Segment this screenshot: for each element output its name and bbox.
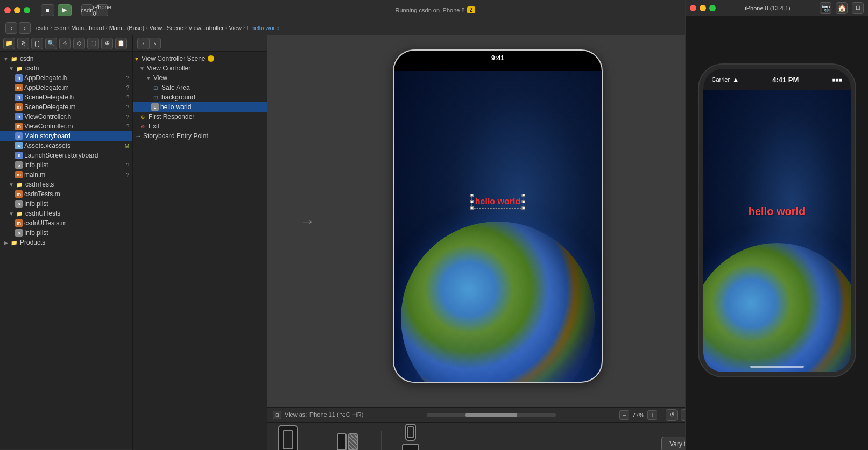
warning-badge[interactable]: 2: [467, 6, 476, 13]
outline-item-safearea[interactable]: ⊡ Safe Area: [133, 83, 267, 92]
scheme-selector[interactable]: csdn: [81, 4, 93, 16]
sidebar-item-csdntests-plist[interactable]: p Info.plist: [0, 199, 132, 209]
minimize-button[interactable]: [14, 7, 20, 13]
iphone-home-indicator: [750, 366, 804, 368]
breadcrumb-mainboard[interactable]: Main...board: [71, 25, 104, 31]
outline-item-vc[interactable]: ▼ View Controller: [133, 63, 267, 73]
expand-arrow: ▼: [138, 66, 146, 72]
outline-label-background: background: [161, 94, 195, 101]
sidebar-item-csdn-sub[interactable]: ▼ 📁 csdn: [0, 63, 132, 73]
orientation-item[interactable]: Orientation: [398, 424, 424, 450]
iphone-device-frame: Carrier ▲ 4:41 PM ■■■ hello world: [699, 65, 855, 376]
sidebar-item-appdelegate-m[interactable]: m AppDelegate.m ?: [0, 83, 132, 92]
frame-toggle-btn[interactable]: ⊡: [273, 411, 281, 419]
find-btn[interactable]: 🔍: [45, 38, 57, 49]
hello-label-selected[interactable]: hello world: [471, 195, 524, 209]
outline-item-background[interactable]: ⊡ background: [133, 92, 267, 102]
outline-back-btn[interactable]: ‹: [137, 38, 149, 49]
sidebar-item-viewcontroller-h[interactable]: h ViewController.h ?: [0, 112, 132, 122]
storyboard-icon: S: [15, 132, 23, 140]
folder-icon[interactable]: 📁: [3, 38, 15, 49]
issues-btn[interactable]: ⚠: [59, 38, 71, 49]
breadcrumb-view[interactable]: View: [229, 25, 242, 31]
sidebar-item-csdntests-group[interactable]: ▼ 📁 csdnTests: [0, 180, 132, 189]
device-selector[interactable]: iPhone 8: [96, 4, 108, 16]
expand-arrow: ▼: [2, 56, 10, 62]
back-btn[interactable]: ‹: [5, 22, 17, 34]
breadcrumb-mainbase[interactable]: Main...(Base): [109, 25, 144, 31]
interface-style-item[interactable]: Interface Style: [330, 429, 365, 450]
outline-item-view[interactable]: ▼ View: [133, 73, 267, 83]
device-label: iPhone 8: [93, 4, 111, 17]
sidebar-item-csdnuitests-plist[interactable]: p Info.plist: [0, 228, 132, 238]
sidebar-item-info-plist[interactable]: p Info.plist ?: [0, 160, 132, 170]
preview-maximize-btn[interactable]: [709, 5, 716, 11]
traffic-lights: [4, 7, 30, 13]
breadcrumb-hello[interactable]: L hello world: [246, 25, 279, 31]
outline-item-storyboard-entry[interactable]: → Storyboard Entry Point: [133, 131, 267, 141]
phone-content: hello world: [394, 71, 602, 383]
portrait-icon: [405, 424, 416, 441]
outline-item-firstresponder[interactable]: ⊕ First Responder: [133, 112, 267, 122]
outline-item-vcscene[interactable]: ▼ View Controller Scene: [133, 54, 267, 63]
sidebar-item-csdnuitests-group[interactable]: ▼ 📁 csdnUITests: [0, 209, 132, 218]
outline-fwd-btn[interactable]: ›: [149, 38, 161, 49]
sidebar-item-assets[interactable]: A Assets.xcassets M: [0, 141, 132, 151]
preview-title: iPhone 8 (13.4.1): [745, 5, 790, 11]
sidebar-item-main-m[interactable]: m main.m ?: [0, 170, 132, 180]
source-btn[interactable]: ≷: [17, 38, 29, 49]
outline-label-view: View: [153, 74, 167, 82]
iphone-preview-panel: iPhone 8 (13.4.1) 📷 🏠 ⊞ Carrier ▲ 4:41 P…: [685, 0, 868, 450]
sidebar-item-csdn-root[interactable]: ▼ 📁 csdn: [0, 54, 132, 63]
sidebar-item-viewcontroller-m[interactable]: m ViewController.m ?: [0, 122, 132, 131]
breadcrumb-csdn1[interactable]: csdn: [36, 25, 48, 31]
zoom-out-btn[interactable]: −: [619, 410, 629, 420]
breakpoints-btn[interactable]: ⊕: [101, 38, 113, 49]
breadcrumb-viewcontroller[interactable]: View...ntroller: [188, 25, 224, 31]
sidebar-item-scenedelegate-m[interactable]: m SceneDelegate.m ?: [0, 102, 132, 112]
running-label: Running csdn on iPhone 8: [396, 7, 465, 13]
sidebar-item-launch-storyboard[interactable]: S LaunchScreen.storyboard: [0, 151, 132, 160]
question-mark: ?: [126, 75, 129, 81]
preview-minimize-btn[interactable]: [700, 5, 706, 11]
sidebar-item-products[interactable]: ▶ 📁 Products: [0, 238, 132, 247]
breadcrumb-csdn2[interactable]: csdn: [54, 25, 66, 31]
forward-btn[interactable]: ›: [19, 22, 31, 34]
landscape-icon: [402, 444, 419, 450]
zoom-in-btn[interactable]: +: [647, 410, 657, 420]
outline-item-hello[interactable]: L hello world: [133, 102, 267, 112]
symbols-btn[interactable]: { }: [31, 38, 43, 49]
test-btn[interactable]: ◇: [73, 38, 85, 49]
breadcrumb-viewscene[interactable]: View...Scene: [149, 25, 183, 31]
close-button[interactable]: [4, 7, 11, 13]
zoom-level: 77%: [632, 412, 644, 418]
home-btn[interactable]: 🏠: [836, 2, 848, 14]
debug-nav-btn[interactable]: ⬚: [87, 38, 99, 49]
stop-button[interactable]: ■: [41, 4, 54, 16]
zoom-scrollbar[interactable]: [427, 413, 556, 417]
expand-arrow-uitests: ▼: [8, 211, 15, 217]
outline-item-exit[interactable]: ⊗ Exit: [133, 122, 267, 131]
iphone-time: 4:41 PM: [772, 76, 799, 84]
preview-traffic-lights: [690, 5, 716, 11]
folder-icon-csdn: 📁: [15, 65, 24, 72]
sidebar-item-csdnuitests-m[interactable]: m csdnUITests.m: [0, 218, 132, 228]
refresh-btn[interactable]: ↺: [666, 409, 678, 421]
device-selector-item[interactable]: Device: [278, 425, 298, 450]
sidebar-item-csdntests-m[interactable]: m csdnTests.m: [0, 189, 132, 199]
maximize-button[interactable]: [24, 7, 30, 13]
sidebar-label-main-m: main.m: [24, 171, 45, 178]
preview-close-btn[interactable]: [690, 5, 696, 11]
screenshot-btn[interactable]: 📷: [820, 2, 831, 14]
run-button[interactable]: ▶: [58, 4, 72, 16]
report-btn[interactable]: 📋: [115, 38, 127, 49]
plist-icon: p: [15, 200, 23, 208]
editor-area[interactable]: → 9:41: [267, 35, 728, 407]
sidebar-item-appdelegate-h[interactable]: h AppDelegate.h ?: [0, 73, 132, 83]
more-btn[interactable]: ⊞: [852, 2, 864, 14]
sidebar-item-scenedelegate-h[interactable]: h SceneDelegate.h ?: [0, 92, 132, 102]
interface-icon: [337, 429, 358, 450]
separator: [381, 431, 382, 451]
sidebar-item-main-storyboard[interactable]: S Main.storyboard: [0, 131, 132, 141]
iphone-preview-titlebar: iPhone 8 (13.4.1) 📷 🏠 ⊞: [686, 0, 868, 16]
